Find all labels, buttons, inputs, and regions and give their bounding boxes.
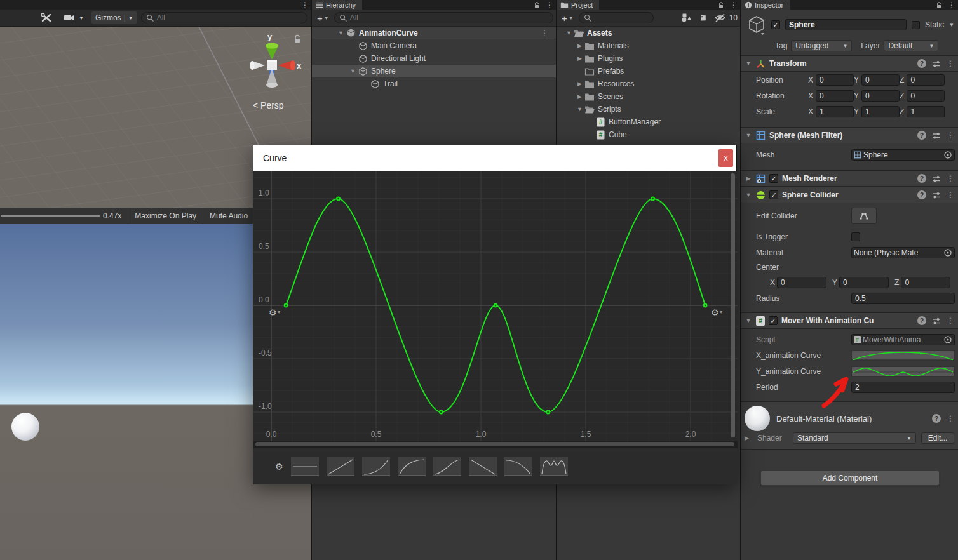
tab-hierarchy[interactable]: Hierarchy — [312, 0, 362, 10]
y-animation-curve-field[interactable] — [851, 366, 955, 377]
period-field[interactable]: 2 — [851, 382, 955, 393]
project-item-scenes[interactable]: ▶Scenes — [557, 90, 740, 103]
rotation-x-field[interactable]: 0 — [816, 90, 854, 102]
camera-mode-button[interactable]: ▼ — [60, 11, 88, 24]
hierarchy-item-trail[interactable]: Trail — [312, 77, 556, 90]
close-button[interactable]: x — [718, 149, 733, 167]
row-menu-icon[interactable]: ⋮ — [541, 29, 548, 37]
layer-dropdown[interactable]: Default▼ — [884, 40, 938, 51]
expander-icon[interactable]: ▶ — [575, 93, 584, 100]
pre-wrap-gear-icon[interactable]: ⚙▼ — [269, 308, 281, 317]
material-menu-icon[interactable]: ⋮ — [947, 414, 954, 423]
object-name-field[interactable]: Sphere — [785, 19, 907, 30]
lock-icon[interactable] — [292, 34, 302, 44]
presets-icon[interactable] — [932, 191, 941, 199]
presets-gear-icon[interactable]: ⚙ — [275, 462, 283, 471]
shader-edit-button[interactable]: Edit... — [921, 432, 954, 444]
curve-vertical-scrollbar[interactable] — [731, 173, 735, 437]
curve-preset-constant[interactable] — [291, 457, 319, 476]
curve-preset-ease-out[interactable] — [398, 457, 426, 476]
project-item-prefabs[interactable]: Prefabs — [557, 65, 740, 77]
physic-material-field[interactable]: None (Physic Mate — [851, 247, 955, 258]
curve-preset-linear-down[interactable] — [469, 457, 497, 476]
tag-dropdown[interactable]: Untagged▼ — [791, 40, 852, 51]
edit-collider-button[interactable] — [851, 208, 877, 224]
hierarchy-item-animationcurve[interactable]: ▼AnimationCurve⋮ — [312, 27, 556, 39]
object-picker-icon[interactable] — [943, 335, 952, 344]
foldout-icon[interactable]: ▼ — [745, 60, 752, 67]
project-search-input[interactable] — [579, 12, 654, 23]
foldout-icon[interactable]: ▼ — [745, 192, 752, 198]
persp-mode-label[interactable]: < Persp — [253, 100, 284, 110]
help-icon[interactable]: ? — [932, 414, 941, 423]
curve-window-titlebar[interactable]: Curve x — [253, 145, 736, 171]
expander-icon[interactable]: ▶ — [575, 43, 584, 49]
lock-icon[interactable] — [533, 1, 541, 9]
static-dropdown-icon[interactable]: ▼ — [949, 22, 954, 28]
foldout-icon[interactable]: ▶ — [745, 435, 752, 441]
presets-icon[interactable] — [932, 175, 941, 183]
radius-field[interactable]: 0.5 — [851, 293, 955, 304]
project-item-plugins[interactable]: ▶Plugins — [557, 52, 740, 65]
active-checkbox[interactable]: ✓ — [771, 20, 780, 29]
mesh-filter-header[interactable]: ▼ Sphere (Mesh Filter) ? ⋮ — [741, 127, 958, 143]
rotation-z-field[interactable]: 0 — [907, 90, 945, 102]
hierarchy-menu-icon[interactable]: ⋮ — [546, 1, 553, 10]
foldout-icon[interactable]: ▼ — [745, 317, 752, 324]
project-item-scripts[interactable]: ▼Scripts — [557, 103, 740, 116]
gizmos-dropdown[interactable]: Gizmos | ▼ — [91, 11, 137, 24]
project-item-assets[interactable]: ▼Assets — [557, 27, 740, 39]
center-x-field[interactable]: 0 — [777, 277, 826, 288]
gameobject-big-icon[interactable] — [747, 15, 766, 35]
expander-icon[interactable]: ▶ — [575, 81, 584, 87]
curve-preset-ease-down[interactable] — [504, 457, 532, 476]
help-icon[interactable]: ? — [917, 174, 926, 183]
object-picker-icon[interactable] — [943, 150, 952, 159]
expander-icon[interactable]: ▶ — [575, 55, 584, 62]
presets-icon[interactable] — [932, 60, 941, 68]
center-y-field[interactable]: 0 — [839, 277, 889, 288]
maximize-on-play-button[interactable]: Maximize On Play — [128, 208, 203, 224]
hierarchy-search-input[interactable]: All — [334, 12, 553, 23]
tools-button[interactable] — [37, 11, 56, 24]
component-menu-icon[interactable]: ⋮ — [947, 190, 954, 199]
curve-preset-bumps[interactable] — [540, 457, 568, 476]
position-y-field[interactable]: 0 — [861, 74, 900, 86]
tab-inspector[interactable]: Inspector — [741, 0, 790, 10]
project-item-resources[interactable]: ▶Resources — [557, 77, 740, 90]
help-icon[interactable]: ? — [917, 316, 926, 325]
scale-y-field[interactable]: 1 — [861, 106, 900, 117]
add-component-button[interactable]: Add Component — [760, 470, 940, 486]
component-menu-icon[interactable]: ⋮ — [947, 131, 954, 140]
presets-icon[interactable] — [932, 317, 941, 325]
help-icon[interactable]: ? — [917, 59, 926, 68]
expander-icon[interactable]: ▼ — [575, 106, 584, 112]
curve-horizontal-scrollbar[interactable] — [253, 441, 738, 448]
curve-preset-linear[interactable] — [327, 457, 354, 476]
scene-menu-icon[interactable]: ⋮ — [301, 1, 309, 10]
mesh-renderer-header[interactable]: ▶ ✓ Mesh Renderer ? ⋮ — [741, 170, 958, 187]
hierarchy-add-button[interactable]: +▼ — [314, 13, 332, 23]
game-zoom-slider[interactable] — [0, 208, 102, 224]
sphere-collider-header[interactable]: ▼ ✓ Sphere Collider ? ⋮ — [741, 187, 958, 203]
help-icon[interactable]: ? — [917, 190, 926, 199]
scale-x-field[interactable]: 1 — [816, 106, 854, 117]
transform-header[interactable]: ▼ Transform ? ⋮ — [741, 55, 958, 72]
search-by-type-icon[interactable] — [681, 13, 692, 23]
lock-icon[interactable] — [935, 1, 943, 9]
tab-project[interactable]: Project — [557, 0, 599, 10]
lock-icon[interactable] — [717, 1, 725, 9]
hierarchy-item-directional-light[interactable]: Directional Light — [312, 52, 556, 65]
expander-icon[interactable]: ▼ — [348, 68, 358, 74]
post-wrap-gear-icon[interactable]: ⚙▼ — [711, 308, 724, 317]
inspector-menu-icon[interactable]: ⋮ — [948, 1, 955, 10]
position-x-field[interactable]: 0 — [816, 74, 854, 86]
project-item-cube[interactable]: #Cube — [557, 128, 740, 141]
mute-audio-button[interactable]: Mute Audio — [203, 208, 254, 224]
expander-icon[interactable]: ▼ — [564, 30, 574, 36]
hidden-count-eye-icon[interactable] — [714, 13, 726, 22]
component-menu-icon[interactable]: ⋮ — [947, 174, 954, 183]
object-picker-icon[interactable] — [943, 248, 952, 257]
presets-icon[interactable] — [932, 131, 941, 140]
material-preview-sphere[interactable] — [745, 406, 770, 431]
